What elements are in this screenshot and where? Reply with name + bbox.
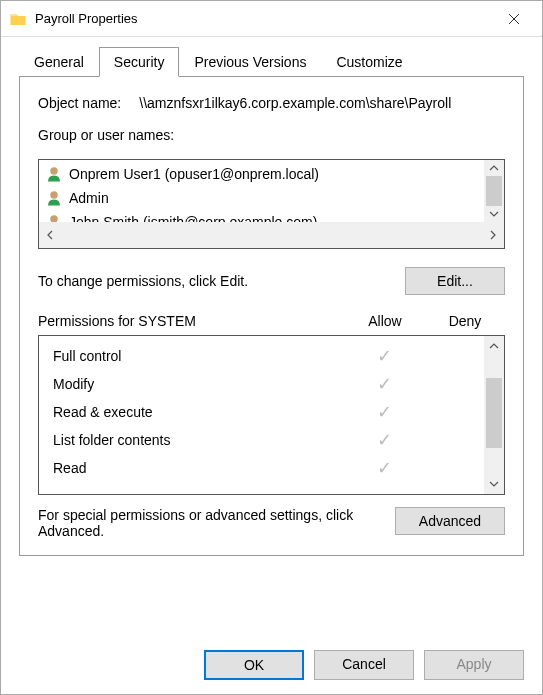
ok-button[interactable]: OK	[204, 650, 304, 680]
advanced-hint-text: For special permissions or advanced sett…	[38, 507, 395, 539]
object-name-label: Object name:	[38, 95, 121, 111]
table-row: Read & execute ✓	[39, 398, 504, 426]
scroll-down-button[interactable]	[484, 206, 504, 222]
permission-label: List folder contents	[53, 432, 344, 448]
scroll-down-button[interactable]	[484, 474, 504, 494]
list-item[interactable]: Onprem User1 (opuser1@onprem.local)	[39, 162, 504, 186]
check-icon: ✓	[377, 374, 392, 394]
tabs: General Security Previous Versions Custo…	[19, 47, 524, 77]
chevron-left-icon	[47, 230, 53, 240]
list-item-label: Onprem User1 (opuser1@onprem.local)	[69, 166, 319, 182]
window-title: Payroll Properties	[35, 11, 494, 26]
check-icon: ✓	[377, 402, 392, 422]
list-item[interactable]: Admin	[39, 186, 504, 210]
chevron-right-icon	[490, 230, 496, 240]
scroll-up-button[interactable]	[484, 160, 504, 176]
permissions-title: Permissions for SYSTEM	[38, 313, 345, 329]
svg-point-0	[50, 167, 58, 175]
horizontal-scrollbar[interactable]	[39, 222, 504, 248]
check-icon: ✓	[377, 430, 392, 450]
object-name-value: \\amznfsxr1ilkay6.corp.example.com\share…	[139, 95, 451, 111]
tab-general[interactable]: General	[19, 47, 99, 77]
table-row: Read ✓	[39, 454, 504, 482]
permission-label: Read & execute	[53, 404, 344, 420]
tab-security[interactable]: Security	[99, 47, 180, 77]
edit-button[interactable]: Edit...	[405, 267, 505, 295]
security-panel: Object name: \\amznfsxr1ilkay6.corp.exam…	[19, 76, 524, 556]
tab-customize[interactable]: Customize	[321, 47, 417, 77]
advanced-button[interactable]: Advanced	[395, 507, 505, 535]
chevron-up-icon	[489, 343, 499, 349]
table-row: List folder contents ✓	[39, 426, 504, 454]
apply-button: Apply	[424, 650, 524, 680]
chevron-down-icon	[489, 481, 499, 487]
scroll-thumb[interactable]	[486, 378, 502, 448]
permission-label: Full control	[53, 348, 344, 364]
close-icon	[508, 13, 520, 25]
permissions-table: Full control ✓ Modify ✓ Read & execute ✓…	[38, 335, 505, 495]
list-item-label: Admin	[69, 190, 109, 206]
svg-point-1	[50, 191, 58, 199]
user-icon	[45, 189, 63, 207]
check-icon: ✓	[377, 346, 392, 366]
table-row: Modify ✓	[39, 370, 504, 398]
titlebar: Payroll Properties	[1, 1, 542, 37]
vertical-scrollbar[interactable]	[484, 336, 504, 494]
edit-hint-text: To change permissions, click Edit.	[38, 273, 405, 289]
folder-icon	[9, 10, 27, 28]
user-listbox[interactable]: Onprem User1 (opuser1@onprem.local) Admi…	[38, 159, 505, 249]
group-user-names-label: Group or user names:	[38, 127, 505, 143]
user-icon	[45, 165, 63, 183]
check-icon: ✓	[377, 458, 392, 478]
scroll-left-button[interactable]	[39, 222, 61, 248]
permission-label: Read	[53, 460, 344, 476]
cancel-button[interactable]: Cancel	[314, 650, 414, 680]
scroll-right-button[interactable]	[482, 222, 504, 248]
chevron-down-icon	[489, 211, 499, 217]
vertical-scrollbar[interactable]	[484, 160, 504, 222]
deny-column-header: Deny	[425, 313, 505, 329]
permission-label: Modify	[53, 376, 344, 392]
chevron-up-icon	[489, 165, 499, 171]
scroll-up-button[interactable]	[484, 336, 504, 356]
tab-previous-versions[interactable]: Previous Versions	[179, 47, 321, 77]
table-row: Full control ✓	[39, 342, 504, 370]
close-button[interactable]	[494, 3, 534, 35]
allow-column-header: Allow	[345, 313, 425, 329]
scroll-thumb[interactable]	[486, 176, 502, 206]
